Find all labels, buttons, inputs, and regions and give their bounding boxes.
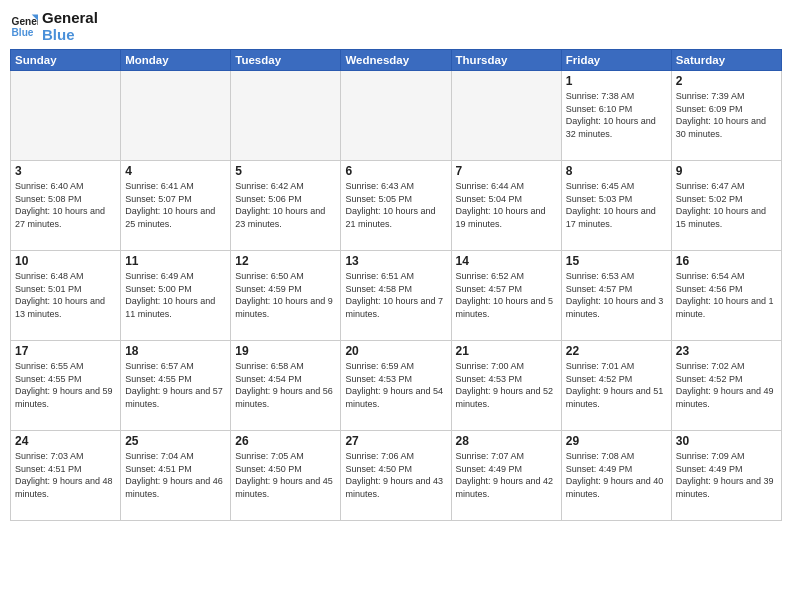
calendar-week-1: 3Sunrise: 6:40 AMSunset: 5:08 PMDaylight… [11,161,782,251]
calendar-cell: 28Sunrise: 7:07 AMSunset: 4:49 PMDayligh… [451,431,561,521]
day-number: 14 [456,254,557,268]
calendar-cell: 8Sunrise: 6:45 AMSunset: 5:03 PMDaylight… [561,161,671,251]
day-number: 1 [566,74,667,88]
day-info: Sunrise: 6:43 AMSunset: 5:05 PMDaylight:… [345,180,446,230]
day-info: Sunrise: 6:54 AMSunset: 4:56 PMDaylight:… [676,270,777,320]
calendar-cell: 29Sunrise: 7:08 AMSunset: 4:49 PMDayligh… [561,431,671,521]
day-number: 28 [456,434,557,448]
calendar-cell: 14Sunrise: 6:52 AMSunset: 4:57 PMDayligh… [451,251,561,341]
day-info: Sunrise: 6:57 AMSunset: 4:55 PMDaylight:… [125,360,226,410]
calendar-cell [451,71,561,161]
day-number: 7 [456,164,557,178]
day-info: Sunrise: 7:38 AMSunset: 6:10 PMDaylight:… [566,90,667,140]
calendar-header-row: SundayMondayTuesdayWednesdayThursdayFrid… [11,50,782,71]
calendar-cell [231,71,341,161]
calendar-week-0: 1Sunrise: 7:38 AMSunset: 6:10 PMDaylight… [11,71,782,161]
day-number: 6 [345,164,446,178]
calendar-header-friday: Friday [561,50,671,71]
calendar-cell [11,71,121,161]
day-info: Sunrise: 6:53 AMSunset: 4:57 PMDaylight:… [566,270,667,320]
day-number: 24 [15,434,116,448]
calendar-cell: 23Sunrise: 7:02 AMSunset: 4:52 PMDayligh… [671,341,781,431]
day-number: 21 [456,344,557,358]
calendar-cell: 22Sunrise: 7:01 AMSunset: 4:52 PMDayligh… [561,341,671,431]
svg-text:General: General [12,16,38,27]
calendar-cell: 9Sunrise: 6:47 AMSunset: 5:02 PMDaylight… [671,161,781,251]
calendar-cell: 24Sunrise: 7:03 AMSunset: 4:51 PMDayligh… [11,431,121,521]
day-info: Sunrise: 6:58 AMSunset: 4:54 PMDaylight:… [235,360,336,410]
day-info: Sunrise: 7:06 AMSunset: 4:50 PMDaylight:… [345,450,446,500]
calendar-cell: 18Sunrise: 6:57 AMSunset: 4:55 PMDayligh… [121,341,231,431]
day-info: Sunrise: 6:42 AMSunset: 5:06 PMDaylight:… [235,180,336,230]
day-info: Sunrise: 6:47 AMSunset: 5:02 PMDaylight:… [676,180,777,230]
calendar-cell: 1Sunrise: 7:38 AMSunset: 6:10 PMDaylight… [561,71,671,161]
logo-line1: General [42,10,98,27]
calendar-week-2: 10Sunrise: 6:48 AMSunset: 5:01 PMDayligh… [11,251,782,341]
calendar-header-tuesday: Tuesday [231,50,341,71]
day-number: 17 [15,344,116,358]
calendar-cell: 16Sunrise: 6:54 AMSunset: 4:56 PMDayligh… [671,251,781,341]
calendar-cell: 11Sunrise: 6:49 AMSunset: 5:00 PMDayligh… [121,251,231,341]
day-number: 25 [125,434,226,448]
logo: General Blue General Blue [10,10,98,43]
day-info: Sunrise: 7:01 AMSunset: 4:52 PMDaylight:… [566,360,667,410]
day-number: 10 [15,254,116,268]
day-info: Sunrise: 6:48 AMSunset: 5:01 PMDaylight:… [15,270,116,320]
day-info: Sunrise: 6:40 AMSunset: 5:08 PMDaylight:… [15,180,116,230]
day-number: 19 [235,344,336,358]
day-info: Sunrise: 6:49 AMSunset: 5:00 PMDaylight:… [125,270,226,320]
calendar-cell: 13Sunrise: 6:51 AMSunset: 4:58 PMDayligh… [341,251,451,341]
day-info: Sunrise: 6:55 AMSunset: 4:55 PMDaylight:… [15,360,116,410]
day-number: 2 [676,74,777,88]
logo-icon: General Blue [10,13,38,41]
day-info: Sunrise: 7:02 AMSunset: 4:52 PMDaylight:… [676,360,777,410]
day-number: 29 [566,434,667,448]
svg-text:Blue: Blue [12,27,34,38]
day-info: Sunrise: 7:39 AMSunset: 6:09 PMDaylight:… [676,90,777,140]
day-number: 22 [566,344,667,358]
day-number: 26 [235,434,336,448]
calendar-cell: 5Sunrise: 6:42 AMSunset: 5:06 PMDaylight… [231,161,341,251]
calendar-header-saturday: Saturday [671,50,781,71]
calendar-cell: 19Sunrise: 6:58 AMSunset: 4:54 PMDayligh… [231,341,341,431]
calendar-week-3: 17Sunrise: 6:55 AMSunset: 4:55 PMDayligh… [11,341,782,431]
day-number: 18 [125,344,226,358]
day-info: Sunrise: 6:51 AMSunset: 4:58 PMDaylight:… [345,270,446,320]
calendar-cell: 4Sunrise: 6:41 AMSunset: 5:07 PMDaylight… [121,161,231,251]
calendar-header-thursday: Thursday [451,50,561,71]
day-info: Sunrise: 7:09 AMSunset: 4:49 PMDaylight:… [676,450,777,500]
day-number: 30 [676,434,777,448]
calendar-cell: 20Sunrise: 6:59 AMSunset: 4:53 PMDayligh… [341,341,451,431]
calendar-cell: 6Sunrise: 6:43 AMSunset: 5:05 PMDaylight… [341,161,451,251]
day-number: 23 [676,344,777,358]
calendar-week-4: 24Sunrise: 7:03 AMSunset: 4:51 PMDayligh… [11,431,782,521]
day-info: Sunrise: 6:50 AMSunset: 4:59 PMDaylight:… [235,270,336,320]
day-number: 13 [345,254,446,268]
day-number: 12 [235,254,336,268]
calendar-cell: 15Sunrise: 6:53 AMSunset: 4:57 PMDayligh… [561,251,671,341]
calendar-cell: 2Sunrise: 7:39 AMSunset: 6:09 PMDaylight… [671,71,781,161]
day-info: Sunrise: 6:44 AMSunset: 5:04 PMDaylight:… [456,180,557,230]
calendar-cell: 3Sunrise: 6:40 AMSunset: 5:08 PMDaylight… [11,161,121,251]
day-info: Sunrise: 6:59 AMSunset: 4:53 PMDaylight:… [345,360,446,410]
calendar-cell: 25Sunrise: 7:04 AMSunset: 4:51 PMDayligh… [121,431,231,521]
calendar-cell: 26Sunrise: 7:05 AMSunset: 4:50 PMDayligh… [231,431,341,521]
calendar-cell: 27Sunrise: 7:06 AMSunset: 4:50 PMDayligh… [341,431,451,521]
day-number: 5 [235,164,336,178]
calendar-table: SundayMondayTuesdayWednesdayThursdayFrid… [10,49,782,521]
day-number: 4 [125,164,226,178]
day-number: 8 [566,164,667,178]
day-info: Sunrise: 6:41 AMSunset: 5:07 PMDaylight:… [125,180,226,230]
calendar-cell: 12Sunrise: 6:50 AMSunset: 4:59 PMDayligh… [231,251,341,341]
day-info: Sunrise: 7:08 AMSunset: 4:49 PMDaylight:… [566,450,667,500]
calendar-cell [341,71,451,161]
day-info: Sunrise: 6:52 AMSunset: 4:57 PMDaylight:… [456,270,557,320]
calendar-header-monday: Monday [121,50,231,71]
calendar-cell: 10Sunrise: 6:48 AMSunset: 5:01 PMDayligh… [11,251,121,341]
page-header: General Blue General Blue [10,10,782,43]
day-info: Sunrise: 6:45 AMSunset: 5:03 PMDaylight:… [566,180,667,230]
day-info: Sunrise: 7:07 AMSunset: 4:49 PMDaylight:… [456,450,557,500]
calendar-header-wednesday: Wednesday [341,50,451,71]
day-info: Sunrise: 7:04 AMSunset: 4:51 PMDaylight:… [125,450,226,500]
day-number: 15 [566,254,667,268]
